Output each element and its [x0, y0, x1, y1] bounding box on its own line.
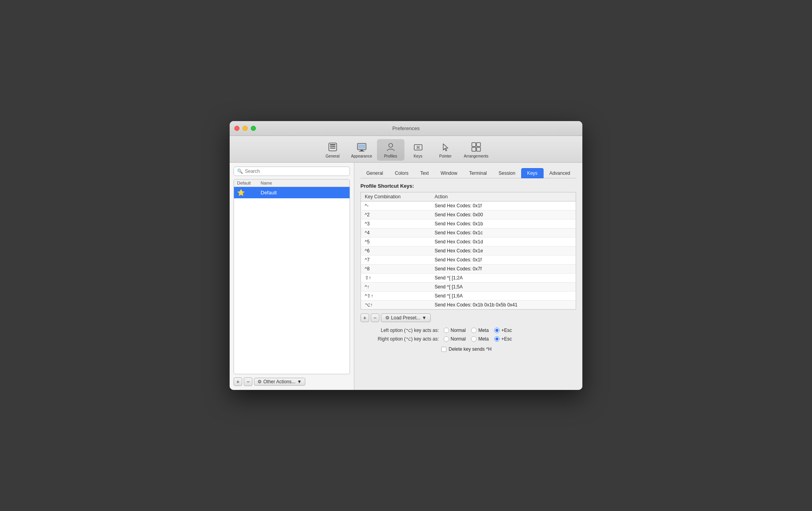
right-meta-label: Meta [478, 336, 489, 342]
arrangements-label: Arrangements [464, 154, 489, 158]
table-row[interactable]: ⇧↑Send ^[ [1;2A [361, 274, 576, 283]
add-profile-button[interactable]: + [234, 377, 242, 386]
general-icon [326, 141, 339, 153]
col-header-key: Key Combination [361, 192, 431, 201]
table-row[interactable]: ^7Send Hex Codes: 0x1f [361, 256, 576, 265]
toolbar-item-arrangements[interactable]: Arrangements [459, 139, 493, 161]
remove-key-button[interactable]: − [371, 313, 379, 322]
tab-session[interactable]: Session [493, 168, 521, 178]
table-row[interactable]: ^5Send Hex Codes: 0x1d [361, 237, 576, 246]
key-combination-cell: ^8 [361, 265, 431, 274]
table-row[interactable]: ^6Send Hex Codes: 0x1e [361, 246, 576, 256]
table-actions: + − ⚙ Load Preset... ▼ [361, 313, 576, 322]
svg-rect-14 [472, 147, 476, 151]
profile-name-default: Default [261, 190, 346, 196]
toolbar-item-general[interactable]: General [319, 139, 346, 161]
action-cell: Send Hex Codes: 0x1c [431, 228, 576, 237]
action-cell: Send Hex Codes: 0x1b [431, 219, 576, 228]
toolbar-item-profiles[interactable]: Profiles [377, 139, 404, 161]
right-option-label: Right option (⌥) key acts as: [361, 336, 439, 342]
table-row[interactable]: ^-Send Hex Codes: 0x1f [361, 201, 576, 210]
key-combination-cell: ^↑ [361, 283, 431, 292]
right-esc-radio[interactable]: +Esc [494, 336, 512, 342]
delete-key-label: Delete key sends ^H [449, 346, 492, 352]
left-meta-label: Meta [478, 328, 489, 333]
table-row[interactable]: ^⇧↑Send ^[ [1;6A [361, 292, 576, 301]
titlebar: Preferences [230, 121, 582, 136]
maximize-button[interactable] [251, 126, 256, 131]
preset-gear-icon: ⚙ [385, 315, 390, 321]
toolbar-item-keys[interactable]: ⌘ Keys [404, 139, 432, 161]
action-cell: Send ^[ [1;2A [431, 274, 576, 283]
table-row[interactable]: ^3Send Hex Codes: 0x1b [361, 219, 576, 228]
svg-rect-3 [330, 148, 335, 149]
action-cell: Send Hex Codes: 0x00 [431, 210, 576, 219]
key-combination-cell: ⌥↑ [361, 301, 431, 310]
key-combination-cell: ^6 [361, 246, 431, 256]
search-input[interactable] [245, 169, 346, 174]
right-normal-label: Normal [451, 336, 466, 342]
left-option-label: Left option (⌥) key acts as: [361, 328, 439, 333]
table-row[interactable]: ^8Send Hex Codes: 0x7f [361, 265, 576, 274]
right-meta-circle [471, 336, 477, 342]
right-option-row: Right option (⌥) key acts as: Normal Met… [361, 336, 576, 342]
right-normal-radio[interactable]: Normal [444, 336, 466, 342]
tab-window[interactable]: Window [435, 168, 463, 178]
left-esc-circle [494, 328, 500, 333]
window-title: Preferences [392, 125, 420, 131]
table-row[interactable]: ^↑Send ^[ [1;5A [361, 283, 576, 292]
left-normal-radio[interactable]: Normal [444, 328, 466, 333]
minimize-button[interactable] [243, 126, 248, 131]
left-esc-radio[interactable]: +Esc [494, 328, 512, 333]
toolbar-item-appearance[interactable]: Appearance [346, 139, 377, 161]
key-combination-cell: ^3 [361, 219, 431, 228]
content-area: 🔍 Default Name ⭐ Default + − ⚙ Other Act… [230, 163, 582, 390]
table-row[interactable]: ^4Send Hex Codes: 0x1c [361, 228, 576, 237]
table-row[interactable]: ⌥↑Send Hex Codes: 0x1b 0x1b 0x5b 0x41 [361, 301, 576, 310]
right-radio-group: Normal Meta +Esc [444, 336, 512, 342]
left-option-row: Left option (⌥) key acts as: Normal Meta [361, 328, 576, 333]
action-cell: Send ^[ [1;6A [431, 292, 576, 301]
add-key-button[interactable]: + [361, 313, 369, 322]
action-cell: Send Hex Codes: 0x1f [431, 201, 576, 210]
preferences-window: Preferences General [230, 121, 582, 390]
preset-dropdown-icon: ▼ [422, 315, 427, 321]
tab-keys[interactable]: Keys [521, 168, 544, 178]
load-preset-label: Load Preset... [391, 315, 420, 321]
toolbar-items: General Appearance [319, 139, 493, 162]
right-esc-circle [494, 336, 500, 342]
load-preset-button[interactable]: ⚙ Load Preset... ▼ [381, 313, 431, 322]
profile-row-default[interactable]: ⭐ Default [234, 187, 350, 198]
close-button[interactable] [234, 126, 239, 131]
left-radio-group: Normal Meta +Esc [444, 328, 512, 333]
key-combination-cell: ^⇧↑ [361, 292, 431, 301]
left-meta-circle [471, 328, 477, 333]
left-meta-radio[interactable]: Meta [471, 328, 489, 333]
option-section: Left option (⌥) key acts as: Normal Meta [361, 328, 576, 352]
toolbar-item-pointer[interactable]: Pointer [432, 139, 459, 161]
profiles-label: Profiles [384, 154, 397, 158]
action-cell: Send Hex Codes: 0x1b 0x1b 0x5b 0x41 [431, 301, 576, 310]
general-label: General [326, 154, 340, 158]
keys-table: Key Combination Action ^-Send Hex Codes:… [361, 192, 576, 310]
tab-general[interactable]: General [361, 168, 389, 178]
tab-text[interactable]: Text [414, 168, 435, 178]
tab-advanced[interactable]: Advanced [544, 168, 576, 178]
key-combination-cell: ^4 [361, 228, 431, 237]
other-actions-label: Other Actions... [263, 379, 295, 384]
svg-text:⌘: ⌘ [416, 145, 420, 150]
key-combination-cell: ^2 [361, 210, 431, 219]
header-default: Default [237, 181, 261, 185]
tabs: General Colors Text Window Terminal Sess… [361, 168, 576, 178]
right-esc-dot [495, 337, 498, 341]
pointer-label: Pointer [439, 154, 452, 158]
action-cell: Send Hex Codes: 0x1e [431, 246, 576, 256]
tab-terminal[interactable]: Terminal [463, 168, 493, 178]
remove-profile-button[interactable]: − [244, 377, 252, 386]
keys-label: Keys [413, 154, 422, 158]
right-meta-radio[interactable]: Meta [471, 336, 489, 342]
tab-colors[interactable]: Colors [389, 168, 414, 178]
table-row[interactable]: ^2Send Hex Codes: 0x00 [361, 210, 576, 219]
delete-key-checkbox[interactable] [441, 347, 446, 352]
other-actions-button[interactable]: ⚙ Other Actions... ▼ [254, 378, 305, 386]
